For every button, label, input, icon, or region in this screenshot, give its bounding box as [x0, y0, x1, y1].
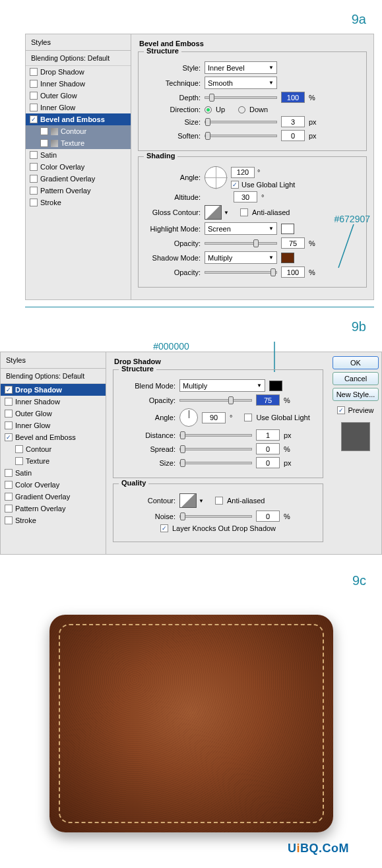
radio-down[interactable]: [238, 106, 245, 113]
style-outer-glow[interactable]: Outer Glow: [26, 90, 131, 102]
checkbox[interactable]: [30, 199, 38, 206]
checkbox[interactable]: [30, 187, 38, 195]
noise-slider[interactable]: [179, 515, 252, 518]
highlight-mode-select[interactable]: Screen▼: [205, 222, 277, 235]
antialiased-checkbox[interactable]: [215, 497, 223, 505]
preview-checkbox[interactable]: [337, 406, 345, 414]
ok-button[interactable]: OK: [333, 356, 379, 369]
opacity-slider[interactable]: [179, 399, 252, 402]
angle-input[interactable]: 90: [202, 412, 226, 423]
checkbox[interactable]: [30, 163, 38, 171]
opacity-input[interactable]: 75: [256, 394, 280, 406]
checkbox[interactable]: [5, 469, 13, 477]
checkbox[interactable]: [5, 398, 13, 406]
checkbox[interactable]: [5, 481, 13, 489]
checkbox[interactable]: [15, 445, 23, 453]
checkbox[interactable]: [30, 68, 38, 76]
technique-select[interactable]: Smooth▼: [205, 77, 277, 89]
checkbox[interactable]: [30, 92, 38, 100]
style-texture[interactable]: Texture: [1, 455, 106, 467]
up-label: Up: [216, 106, 225, 113]
size-input[interactable]: 3: [281, 116, 305, 127]
checkbox[interactable]: [5, 516, 13, 524]
checkbox[interactable]: [5, 493, 13, 501]
style-select[interactable]: Inner Bevel▼: [205, 61, 277, 74]
radio-up[interactable]: [205, 106, 212, 113]
depth-slider[interactable]: [205, 96, 277, 99]
style-stroke[interactable]: Stroke: [1, 514, 106, 526]
style-inner-glow[interactable]: Inner Glow: [1, 419, 106, 431]
style-satin[interactable]: Satin: [26, 149, 131, 161]
highlight-color-swatch[interactable]: [281, 224, 294, 234]
checkbox[interactable]: [40, 139, 48, 147]
style-label: Outer Glow: [15, 410, 52, 418]
structure-legend: Structure: [119, 365, 156, 373]
style-bevel-emboss[interactable]: Bevel and Emboss: [1, 431, 106, 443]
checkbox[interactable]: [5, 433, 13, 441]
altitude-input[interactable]: 30: [234, 191, 257, 202]
style-texture[interactable]: Texture: [26, 137, 131, 149]
soften-slider[interactable]: [205, 135, 277, 137]
depth-input[interactable]: 100: [281, 92, 305, 103]
angle-dial[interactable]: [179, 408, 198, 427]
checkbox[interactable]: [30, 115, 38, 123]
knockout-checkbox[interactable]: [160, 524, 168, 532]
shadow-opacity-slider[interactable]: [205, 271, 277, 274]
highlight-opacity-input[interactable]: 75: [281, 237, 305, 249]
style-color-overlay[interactable]: Color Overlay: [26, 161, 131, 173]
spread-input[interactable]: 0: [256, 443, 280, 454]
angle-input[interactable]: 120: [231, 167, 255, 178]
cancel-button[interactable]: Cancel: [333, 372, 379, 385]
style-label: Stroke: [15, 516, 36, 524]
style-outer-glow[interactable]: Outer Glow: [1, 408, 106, 419]
style-satin[interactable]: Satin: [1, 467, 106, 479]
soften-input[interactable]: 0: [281, 130, 305, 141]
blending-options[interactable]: Blending Options: Default: [26, 51, 131, 66]
checkbox[interactable]: [5, 505, 13, 512]
style-inner-shadow[interactable]: Inner Shadow: [26, 78, 131, 90]
style-gradient-overlay[interactable]: Gradient Overlay: [1, 491, 106, 503]
checkbox[interactable]: [30, 175, 38, 183]
style-gradient-overlay[interactable]: Gradient Overlay: [26, 173, 131, 185]
shadow-color-swatch[interactable]: [281, 253, 294, 263]
style-contour[interactable]: Contour: [1, 443, 106, 455]
blend-mode-select[interactable]: Multiply▼: [179, 379, 265, 392]
style-drop-shadow[interactable]: Drop Shadow: [1, 384, 106, 396]
style-color-overlay[interactable]: Color Overlay: [1, 479, 106, 491]
style-inner-glow[interactable]: Inner Glow: [26, 102, 131, 113]
size-slider[interactable]: [179, 462, 252, 464]
size-slider[interactable]: [205, 121, 277, 123]
highlight-opacity-slider[interactable]: [205, 242, 277, 245]
size-input[interactable]: 0: [256, 457, 280, 468]
style-pattern-overlay[interactable]: Pattern Overlay: [26, 185, 131, 197]
new-style-button[interactable]: New Style...: [333, 388, 379, 401]
style-drop-shadow[interactable]: Drop Shadow: [26, 66, 131, 78]
shadow-opacity-input[interactable]: 100: [281, 266, 305, 278]
style-contour[interactable]: Contour: [26, 125, 131, 137]
angle-dial[interactable]: [205, 166, 227, 189]
noise-input[interactable]: 0: [256, 511, 280, 522]
checkbox[interactable]: [15, 457, 23, 465]
checkbox[interactable]: [5, 421, 13, 429]
style-bevel-emboss[interactable]: Bevel and Emboss: [26, 113, 131, 125]
style-inner-shadow[interactable]: Inner Shadow: [1, 396, 106, 408]
contour-picker[interactable]: ▼: [179, 493, 197, 508]
checkbox[interactable]: [40, 127, 48, 135]
spread-slider[interactable]: [179, 448, 252, 450]
style-stroke[interactable]: Stroke: [26, 197, 131, 208]
global-light-checkbox[interactable]: [231, 181, 239, 189]
blending-options[interactable]: Blending Options: Default: [1, 369, 106, 384]
distance-input[interactable]: 1: [256, 429, 280, 441]
checkbox[interactable]: [5, 410, 13, 418]
checkbox[interactable]: [30, 104, 38, 111]
shadow-mode-select[interactable]: Multiply▼: [205, 251, 277, 264]
global-light-checkbox[interactable]: [244, 414, 252, 421]
checkbox[interactable]: [30, 80, 38, 88]
blend-color-swatch[interactable]: [269, 381, 282, 391]
gloss-contour-picker[interactable]: ▼: [205, 205, 222, 220]
checkbox[interactable]: [5, 386, 13, 394]
distance-slider[interactable]: [179, 434, 252, 437]
antialiased-checkbox[interactable]: [240, 208, 248, 216]
style-pattern-overlay[interactable]: Pattern Overlay: [1, 503, 106, 514]
checkbox[interactable]: [30, 151, 38, 159]
